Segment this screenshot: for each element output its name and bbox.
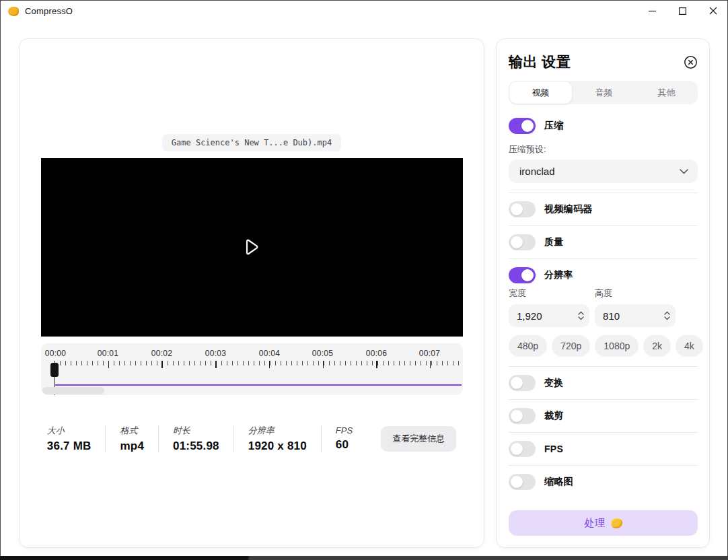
timeline-seek-line [54, 384, 462, 386]
taskbar-edge [0, 556, 728, 560]
crop-toggle-row: 裁剪 [509, 408, 698, 424]
height-input[interactable] [596, 310, 650, 322]
resolution-toggle-label: 分辨率 [544, 269, 573, 281]
thumbnail-toggle[interactable] [509, 474, 536, 490]
player-panel: Game Science's New T...e Dub).mp4 00:00 … [19, 38, 484, 548]
timeline-tick-label: 00:06 [366, 349, 388, 358]
info-duration-label: 时长 [173, 425, 219, 437]
play-icon[interactable] [243, 238, 260, 256]
toggle-knob [521, 269, 534, 281]
thumbnail-toggle-row: 缩略图 [509, 474, 698, 490]
divider [509, 465, 698, 466]
app-logo-icon [8, 7, 19, 16]
tab-other[interactable]: 其他 [635, 81, 698, 104]
minimize-button[interactable] [637, 0, 667, 22]
compression-toggle[interactable] [509, 118, 536, 134]
width-label: 宽度 [509, 287, 589, 300]
width-field: 宽度 [509, 287, 589, 327]
fps-toggle[interactable] [509, 441, 536, 457]
resolution-presets: 480p 720p 1080p 2k 4k [509, 335, 698, 357]
preset-label: 压缩预设: [509, 143, 698, 155]
toggle-knob [511, 476, 523, 488]
info-resolution-label: 分辨率 [248, 425, 307, 437]
timeline-tick-label: 00:04 [259, 349, 281, 358]
chevron-up-icon [578, 311, 584, 315]
tab-audio[interactable]: 音频 [573, 81, 635, 104]
video-encoder-toggle-label: 视频编码器 [544, 203, 593, 215]
video-preview[interactable] [41, 158, 463, 337]
preset-selected-value: ironclad [519, 166, 555, 177]
quality-toggle[interactable] [509, 234, 536, 250]
chevron-down-icon [578, 316, 584, 320]
window-controls [637, 0, 728, 22]
toggle-knob [511, 203, 523, 215]
timeline-tick-label: 00:01 [98, 349, 119, 358]
timeline-labels: 00:00 00:01 00:02 00:03 00:04 00:05 00:0… [41, 349, 463, 359]
preset-4k-button[interactable]: 4k [676, 335, 703, 357]
preset-2k-button[interactable]: 2k [643, 335, 671, 357]
transform-toggle-label: 变换 [544, 377, 564, 389]
timeline-scrollbar[interactable] [42, 387, 104, 394]
process-button[interactable]: 处理 [509, 510, 698, 536]
preset-select[interactable]: ironclad [509, 160, 698, 183]
chevron-down-icon [680, 169, 688, 174]
info-fps: FPS 60 [322, 425, 367, 452]
timeline-tick-label: 00:05 [312, 349, 334, 358]
timeline[interactable]: 00:00 00:01 00:02 00:03 00:04 00:05 00:0… [41, 343, 463, 395]
width-stepper[interactable] [578, 311, 584, 320]
width-input[interactable] [510, 310, 564, 322]
video-info-row: 大小 36.7 MB 格式 mp4 时长 01:55.98 分辨率 1920 x… [47, 425, 456, 453]
divider [509, 193, 698, 193]
info-size-value: 36.7 MB [47, 440, 92, 453]
resolution-toggle-row: 分辨率 [509, 267, 698, 283]
info-format: 格式 mp4 [106, 425, 158, 453]
tab-video[interactable]: 视频 [509, 81, 573, 104]
view-full-info-button[interactable]: 查看完整信息 [381, 426, 456, 452]
chevron-down-icon [664, 316, 670, 320]
info-duration-value: 01:55.98 [173, 440, 219, 453]
minimize-icon [649, 7, 656, 15]
info-duration: 时长 01:55.98 [159, 425, 233, 453]
transform-toggle[interactable] [509, 375, 536, 391]
video-filename: Game Science's New T...e Dub).mp4 [162, 134, 341, 151]
thumbnail-toggle-label: 缩略图 [544, 476, 573, 488]
resolution-toggle[interactable] [509, 267, 536, 283]
info-size: 大小 36.7 MB [47, 425, 106, 453]
info-resolution: 分辨率 1920 x 810 [234, 425, 321, 453]
process-button-label: 处理 [585, 517, 606, 530]
crop-toggle[interactable] [509, 408, 536, 424]
divider [509, 366, 698, 367]
divider [509, 225, 698, 226]
fist-emoji-icon [611, 518, 622, 528]
info-resolution-value: 1920 x 810 [248, 440, 307, 453]
preset-480p-button[interactable]: 480p [509, 335, 547, 357]
settings-close-button[interactable] [683, 55, 698, 69]
preset-1080p-button[interactable]: 1080p [595, 335, 639, 357]
toggle-knob [521, 120, 534, 132]
settings-tabs: 视频 音频 其他 [509, 81, 698, 104]
output-settings-panel: 输出 设置 视频 音频 其他 压缩 压缩预设: ironclad 视频编码器 质… [496, 38, 710, 548]
settings-header: 输出 设置 [509, 53, 698, 71]
info-fps-label: FPS [336, 425, 353, 435]
divider [509, 399, 698, 400]
info-format-label: 格式 [120, 425, 144, 437]
toggle-knob [511, 236, 523, 248]
compression-toggle-row: 压缩 [509, 118, 698, 134]
close-button[interactable] [698, 0, 728, 22]
timeline-major-ticks [54, 361, 460, 368]
dimension-inputs: 宽度 高度 [509, 287, 698, 327]
encoder-toggle-row: 视频编码器 [509, 201, 698, 217]
maximize-icon [679, 7, 686, 15]
height-input-wrap [595, 304, 676, 327]
timeline-tick-label: 00:03 [205, 349, 227, 358]
playhead-handle[interactable] [50, 363, 59, 377]
preset-720p-button[interactable]: 720p [552, 335, 590, 357]
timeline-tick-label: 00:00 [45, 349, 67, 358]
maximize-button[interactable] [667, 0, 698, 22]
video-encoder-toggle[interactable] [509, 201, 536, 217]
crop-toggle-label: 裁剪 [544, 410, 564, 422]
timeline-tick-label: 00:02 [151, 349, 173, 358]
height-stepper[interactable] [664, 311, 670, 320]
toggle-knob [511, 443, 523, 455]
height-field: 高度 [595, 287, 676, 327]
